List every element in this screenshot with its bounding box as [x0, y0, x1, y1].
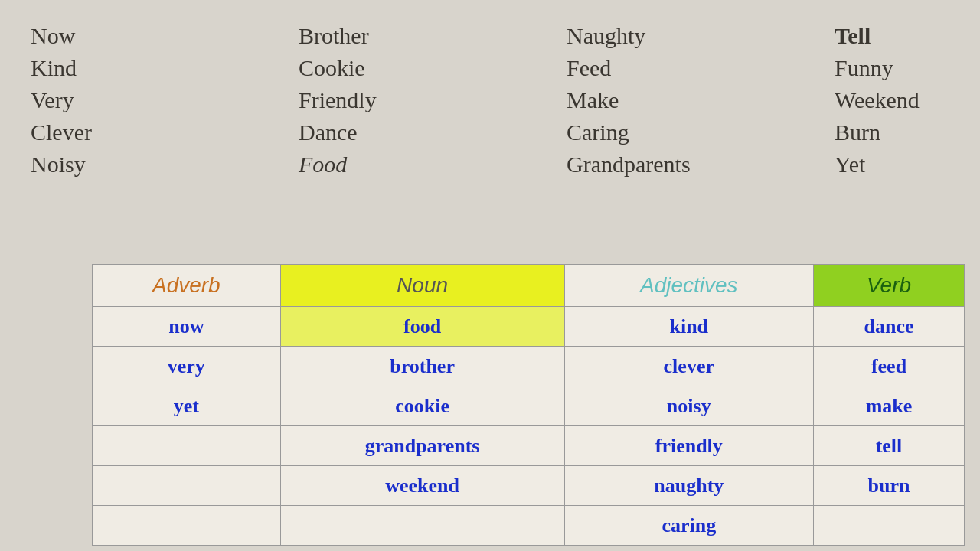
table-row: caring [93, 506, 965, 546]
word-weekend: Weekend [835, 87, 980, 113]
verb-cell-make: make [814, 386, 965, 426]
adverb-cell-yet: yet [93, 386, 281, 426]
adj-cell-caring: caring [564, 506, 813, 546]
noun-cell-food: food [280, 307, 564, 347]
word-kind: Kind [31, 55, 268, 81]
word-brother: Brother [299, 23, 536, 49]
header-noun: Noun [280, 265, 564, 307]
header-adjectives: Adjectives [564, 265, 813, 307]
verb-cell-dance: dance [814, 307, 965, 347]
word-naughty: Naughty [567, 23, 804, 49]
verb-cell-tell: tell [814, 426, 965, 466]
adj-cell-friendly: friendly [564, 426, 813, 466]
classification-table: Adverb Noun Adjectives Verb now food kin… [92, 264, 972, 551]
noun-cell-empty [280, 506, 564, 546]
adverb-cell-empty3 [93, 506, 281, 546]
verb-cell-empty [814, 506, 965, 546]
adverb-cell-very: very [93, 347, 281, 386]
word-now: Now [31, 23, 268, 49]
table-row: very brother clever feed [93, 347, 965, 386]
table-row: grandparents friendly tell [93, 426, 965, 466]
column-2: Brother Cookie Friendly Dance Food [283, 15, 551, 185]
adj-cell-naughty: naughty [564, 466, 813, 506]
adj-cell-clever: clever [564, 347, 813, 386]
noun-cell-brother: brother [280, 347, 564, 386]
column-4: Tell Funny Weekend Burn Yet [819, 15, 980, 185]
word-food: Food [299, 152, 536, 178]
verb-cell-burn: burn [814, 466, 965, 506]
word-list-section: Now Kind Very Clever Noisy Brother Cooki… [0, 0, 980, 193]
word-caring: Caring [567, 119, 804, 145]
adverb-cell-empty2 [93, 466, 281, 506]
table-header-row: Adverb Noun Adjectives Verb [93, 265, 965, 307]
word-grandparents: Grandparents [567, 152, 804, 178]
noun-cell-weekend: weekend [280, 466, 564, 506]
word-dance: Dance [299, 119, 536, 145]
table-row: weekend naughty burn [93, 466, 965, 506]
word-feed: Feed [567, 55, 804, 81]
word-friendly: Friendly [299, 87, 536, 113]
adverb-cell-now: now [93, 307, 281, 347]
word-table: Adverb Noun Adjectives Verb now food kin… [92, 264, 965, 546]
adj-cell-kind: kind [564, 307, 813, 347]
column-3: Naughty Feed Make Caring Grandparents [551, 15, 819, 185]
word-burn: Burn [835, 119, 980, 145]
column-1: Now Kind Very Clever Noisy [15, 15, 283, 185]
word-cookie: Cookie [299, 55, 536, 81]
adj-cell-noisy: noisy [564, 386, 813, 426]
header-verb: Verb [814, 265, 965, 307]
word-yet: Yet [835, 152, 980, 178]
noun-cell-grandparents: grandparents [280, 426, 564, 466]
word-noisy: Noisy [31, 152, 268, 178]
noun-cell-cookie: cookie [280, 386, 564, 426]
word-funny: Funny [835, 55, 980, 81]
header-adverb: Adverb [93, 265, 281, 307]
table-row: yet cookie noisy make [93, 386, 965, 426]
word-make: Make [567, 87, 804, 113]
adverb-cell-empty [93, 426, 281, 466]
table-row: now food kind dance [93, 307, 965, 347]
word-tell: Tell [835, 23, 980, 49]
verb-cell-feed: feed [814, 347, 965, 386]
word-clever: Clever [31, 119, 268, 145]
word-very: Very [31, 87, 268, 113]
